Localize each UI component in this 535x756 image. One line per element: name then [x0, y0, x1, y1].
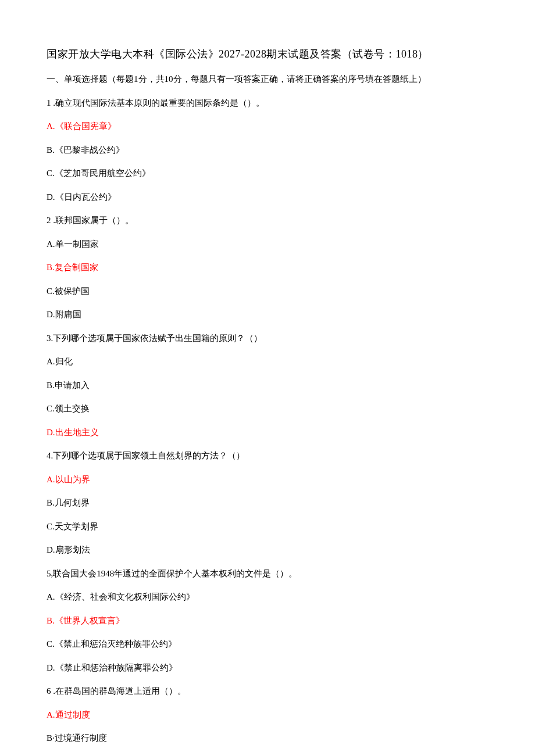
question-3-option-b: B.申请加入 [47, 379, 488, 392]
question-5-option-c: C.《禁止和惩治灭绝种族罪公约》 [47, 637, 488, 651]
question-4-option-c: C.天文学划界 [47, 520, 488, 533]
question-1-option-b: B.《巴黎非战公约》 [47, 144, 488, 157]
question-2-text: 2 .联邦国家属于（）。 [47, 214, 488, 227]
question-1-text: 1 .确立现代国际法基本原则的最重要的国际条约是（）。 [47, 96, 488, 110]
question-6-text: 6 .在群岛国的群岛海道上适用（）。 [47, 685, 488, 698]
question-3-option-a: A.归化 [47, 355, 488, 368]
question-1-option-c: C.《芝加哥民用航空公约》 [47, 167, 488, 180]
question-3-text: 3.下列哪个选项属于国家依法赋予出生国籍的原则？（） [47, 332, 488, 345]
question-2-option-d: D.附庸国 [47, 308, 488, 321]
question-5-text: 5,联合国大会1948年通过的全面保护个人基本权利的文件是（）。 [47, 567, 488, 581]
document-title: 国家开放大学电大本科《国际公法》2027-2028期末试题及答案（试卷号：101… [47, 46, 488, 62]
section-header: 一、单项选择题（每题1分，共10分，每题只有一项答案正确，请将正确答案的序号填在… [47, 73, 488, 86]
question-4-option-a: A.以山为界 [47, 473, 488, 486]
question-2-option-b: B.复合制国家 [47, 261, 488, 274]
question-3-option-d: D.出生地主义 [47, 426, 488, 439]
question-3-option-c: C.领土交换 [47, 402, 488, 415]
question-4-option-b: B.几何划界 [47, 496, 488, 510]
question-1-option-d: D.《日内瓦公约》 [47, 191, 488, 204]
question-2-option-c: C.被保护国 [47, 285, 488, 298]
question-5-option-a: A.《经济、社会和文化权利国际公约》 [47, 590, 488, 604]
question-1-option-a: A.《联合国宪章》 [47, 120, 488, 133]
question-5-option-d: D.《禁止和惩治种族隔离罪公约》 [47, 661, 488, 675]
question-4-option-d: D.扇形划法 [47, 543, 488, 557]
question-4-text: 4.下列哪个选项属于国家领土自然划界的方法？（） [47, 449, 488, 463]
question-5-option-b: B.《世界人权宣言》 [47, 614, 488, 628]
question-6-option-b: B∙过境通行制度 [47, 732, 488, 745]
question-2-option-a: A.单一制国家 [47, 238, 488, 251]
question-6-option-a: A.通过制度 [47, 708, 488, 722]
